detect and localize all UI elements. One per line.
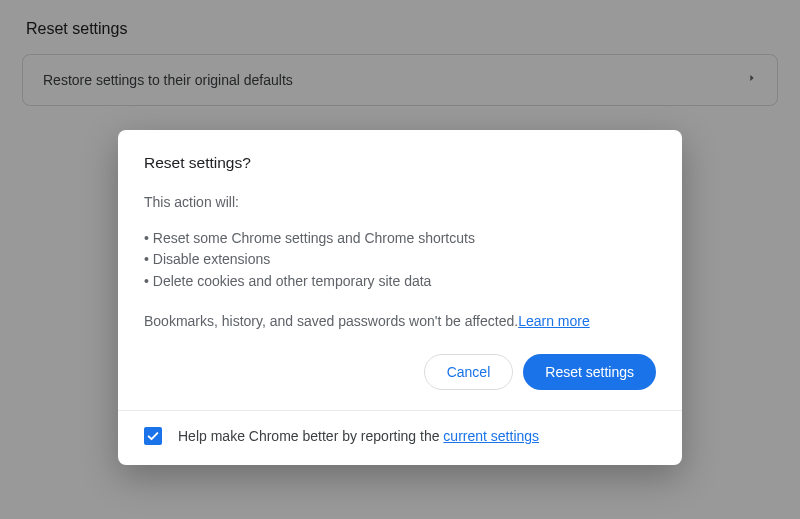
dialog-actions: Cancel Reset settings [144,354,656,390]
report-settings-checkbox[interactable] [144,427,162,445]
footer-text: Help make Chrome better by reporting the… [178,428,539,444]
modal-overlay: Reset settings? This action will: • Rese… [0,0,800,519]
bullet-item: • Reset some Chrome settings and Chrome … [144,228,656,250]
dialog-title: Reset settings? [144,154,656,172]
current-settings-link[interactable]: current settings [443,428,539,444]
cancel-button[interactable]: Cancel [424,354,514,390]
reset-settings-dialog: Reset settings? This action will: • Rese… [118,130,682,465]
dialog-footnote: Bookmarks, history, and saved passwords … [144,311,656,333]
footnote-text: Bookmarks, history, and saved passwords … [144,313,518,329]
bullet-item: • Delete cookies and other temporary sit… [144,271,656,293]
dialog-text: This action will: • Reset some Chrome se… [144,192,656,332]
dialog-bullets: • Reset some Chrome settings and Chrome … [144,228,656,293]
bullet-item: • Disable extensions [144,249,656,271]
footer-prefix: Help make Chrome better by reporting the [178,428,443,444]
dialog-footer: Help make Chrome better by reporting the… [118,410,682,465]
learn-more-link[interactable]: Learn more [518,313,590,329]
reset-settings-button[interactable]: Reset settings [523,354,656,390]
dialog-intro: This action will: [144,192,656,214]
dialog-body: Reset settings? This action will: • Rese… [118,130,682,410]
